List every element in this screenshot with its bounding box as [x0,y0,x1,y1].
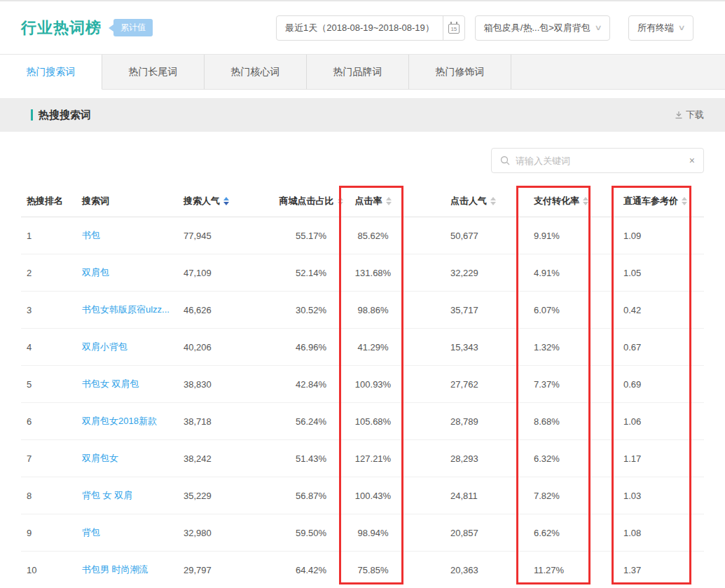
column-header-rank: 热搜排名 [21,186,78,217]
column-header-mall-click-ratio[interactable]: 商城点击占比 [261,186,343,217]
keyword-searchbox[interactable]: × [491,148,704,173]
tab-hot-core-words[interactable]: 热门核心词 [205,55,307,89]
cell-keyword: 书包女韩版原宿ulzz... [78,292,178,328]
cell-pay-conversion-rate: 7.82% [522,477,595,514]
cell-click-rate: 131.68% [343,254,403,291]
column-header-click-rate[interactable]: 点击率 [343,186,403,217]
table-header-row: 热搜排名搜索词搜索人气商城点击占比点击率点击人气支付转化率直通车参考价 [21,186,704,217]
sort-arrows-icon[interactable] [338,197,343,205]
cell-search-popularity: 47,109 [178,254,261,291]
cell-ztc-reference-price: 1.05 [595,254,704,291]
keyword-link[interactable]: 双肩包女2018新款 [82,415,157,428]
cell-keyword: 书包女 双肩包 [78,366,178,402]
keyword-link[interactable]: 书包男 时尚潮流 [82,563,149,576]
cell-click-rate: 98.94% [343,514,403,551]
chevron-down-icon: ∨ [594,23,602,32]
sort-arrows-icon[interactable] [386,197,392,205]
cell-keyword: 书包男 时尚潮流 [78,552,178,588]
table-row: 9背包32,98059.50%98.94%20,8576.62%1.08 [21,514,704,552]
cell-click-popularity: 35,717 [403,292,522,328]
topbar: 行业热词榜 累计值 最近1天（2018-08-19~2018-08-19） 15… [0,1,725,54]
keyword-link[interactable]: 双肩包女 [82,452,118,465]
cell-pay-conversion-rate: 11.27% [522,552,595,588]
keyword-link[interactable]: 背包 女 双肩 [82,489,132,502]
table-row: 6双肩包女2018新款38,71856.24%105.68%28,7898.68… [21,403,704,440]
terminal-dropdown[interactable]: 所有终端 ∨ [628,15,693,41]
calendar-icon[interactable]: 15 [443,22,464,34]
table-row: 4双肩小背包40,20646.96%41.29%15,3431.32%0.67 [21,329,704,366]
column-label: 搜索词 [82,195,109,207]
sort-arrows-icon[interactable] [223,197,229,205]
cell-rank: 3 [21,292,78,328]
cell-ztc-reference-price: 1.03 [595,477,704,514]
cell-click-rate: 127.21% [343,440,403,477]
column-label: 直通车参考价 [623,195,678,207]
cell-pay-conversion-rate: 4.91% [522,254,595,291]
keyword-search-input[interactable] [516,156,689,166]
cell-rank: 4 [21,329,78,365]
column-header-ztc-reference-price[interactable]: 直通车参考价 [595,186,704,217]
industry-hot-words-page: 行业热词榜 累计值 最近1天（2018-08-19~2018-08-19） 15… [0,0,725,588]
cell-pay-conversion-rate: 6.62% [522,514,595,551]
cell-pay-conversion-rate: 8.68% [522,403,595,439]
cell-search-popularity: 46,626 [178,292,261,328]
keyword-link[interactable]: 背包 [82,526,100,539]
page-title: 行业热词榜 [21,18,102,39]
date-range-picker[interactable]: 最近1天（2018-08-19~2018-08-19） 15 [276,15,465,41]
cell-ztc-reference-price: 1.06 [595,403,704,439]
accent-bar [31,109,33,121]
column-label: 支付转化率 [534,195,579,207]
cell-ztc-reference-price: 1.17 [595,440,704,477]
category-dropdown[interactable]: 箱包皮具/热...包>双肩背包 ∨ [475,15,610,41]
cell-rank: 10 [21,552,78,588]
keyword-link[interactable]: 双肩小背包 [82,341,127,353]
cell-keyword: 双肩包 [78,254,178,291]
table-row: 5书包女 双肩包38,83042.84%100.93%27,7627.37%0.… [21,366,704,403]
tab-hot-search-words[interactable]: 热门搜索词 [0,55,102,90]
table-row: 1书包77,94555.17%85.62%50,6779.91%1.09 [21,217,704,254]
tab-hot-longtail-words[interactable]: 热门长尾词 [102,55,205,89]
tab-hot-brand-words[interactable]: 热门品牌词 [307,55,409,89]
cell-click-rate: 105.68% [343,403,403,439]
badge-arrow-icon [109,25,113,32]
cell-ztc-reference-price: 0.67 [595,329,704,365]
tab-hot-modifier-words[interactable]: 热门修饰词 [409,55,511,89]
cell-keyword: 双肩包女2018新款 [78,403,178,439]
sort-arrows-icon[interactable] [682,197,687,205]
cell-pay-conversion-rate: 6.32% [522,440,595,477]
keyword-link[interactable]: 双肩包 [82,266,109,279]
cell-rank: 9 [21,514,78,551]
header-controls: 最近1天（2018-08-19~2018-08-19） 15 箱包皮具/热...… [276,15,693,41]
clear-search-icon[interactable]: × [689,156,695,165]
column-header-click-popularity[interactable]: 点击人气 [403,186,522,217]
cell-search-popularity: 40,206 [178,329,261,365]
cell-rank: 2 [21,254,78,291]
column-header-pay-conversion-rate[interactable]: 支付转化率 [522,186,595,217]
cell-click-popularity: 50,677 [403,217,522,254]
cell-click-popularity: 20,857 [403,514,522,551]
sort-arrows-icon[interactable] [490,197,496,205]
table-row: 2双肩包47,10952.14%131.68%32,2294.91%1.05 [21,254,704,292]
cell-pay-conversion-rate: 9.91% [522,217,595,254]
cell-click-rate: 98.86% [343,292,403,328]
date-range-label: 最近1天（2018-08-19~2018-08-19） [277,22,443,34]
column-label: 点击人气 [450,195,487,207]
cell-click-popularity: 20,363 [403,552,522,588]
cell-pay-conversion-rate: 6.07% [522,292,595,328]
download-button[interactable]: 下载 [675,109,704,121]
table-row: 10书包男 时尚潮流29,79764.42%75.85%20,36311.27%… [21,552,704,588]
keyword-link[interactable]: 书包女韩版原宿ulzz... [82,303,170,316]
cell-click-popularity: 24,811 [403,477,522,514]
cell-ztc-reference-price: 1.37 [595,552,704,588]
keyword-link[interactable]: 书包女 双肩包 [82,378,139,390]
sort-arrows-icon[interactable] [583,197,588,205]
keyword-link[interactable]: 书包 [82,229,100,242]
tab-bar: 热门搜索词热门长尾词热门核心词热门品牌词热门修饰词 [0,54,725,90]
cell-search-popularity: 38,242 [178,440,261,477]
search-icon [500,156,510,165]
main-content: × 热搜排名搜索词搜索人气商城点击占比点击率点击人气支付转化率直通车参考价 1书… [0,132,725,588]
cell-rank: 5 [21,366,78,402]
cell-rank: 6 [21,403,78,439]
cell-mall-click-ratio: 46.96% [261,329,343,365]
column-header-search-popularity[interactable]: 搜索人气 [178,186,261,217]
